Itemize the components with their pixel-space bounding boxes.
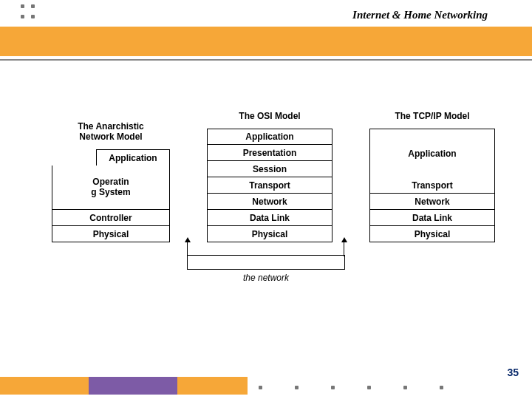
page-title: Internet & Home Networking (352, 9, 488, 21)
column-title: The TCP/IP Model (395, 111, 469, 121)
network-models-diagram: The Anarchistic Network Model Applicatio… (52, 111, 495, 242)
corner-dots (21, 4, 38, 22)
column-title: The Anarchistic Network Model (78, 121, 144, 143)
footer-dots (259, 386, 443, 389)
layer-data-link: Data Link (207, 210, 332, 226)
title-band (0, 27, 532, 56)
network-connector: the network (166, 240, 366, 292)
layer-application: Application (96, 149, 170, 166)
layer-application: Application (207, 129, 332, 145)
footer-accent-bars (0, 377, 248, 395)
layer-network: Network (369, 194, 495, 210)
layer-physical: Physical (52, 226, 170, 242)
layer-controller: Controller (52, 210, 170, 226)
model-column-tcpip: The TCP/IP Model Application Transport N… (369, 111, 495, 242)
column-title: The OSI Model (239, 111, 300, 121)
page-number: 35 (507, 366, 519, 378)
layer-transport: Transport (207, 177, 332, 194)
layer-session: Session (207, 161, 332, 177)
model-column-anarchistic: The Anarchistic Network Model Applicatio… (52, 121, 170, 243)
layer-transport: Transport (369, 177, 495, 194)
layer-data-link: Data Link (369, 210, 495, 226)
model-column-osi: The OSI Model Application Presentation S… (207, 111, 332, 242)
layer-presentation: Presentation (207, 145, 332, 161)
layer-operating-system: Operatin g System (52, 166, 170, 210)
layer-network: Network (207, 194, 332, 210)
network-label: the network (166, 273, 366, 283)
layer-physical: Physical (369, 226, 495, 242)
layer-application: Application (369, 129, 495, 177)
